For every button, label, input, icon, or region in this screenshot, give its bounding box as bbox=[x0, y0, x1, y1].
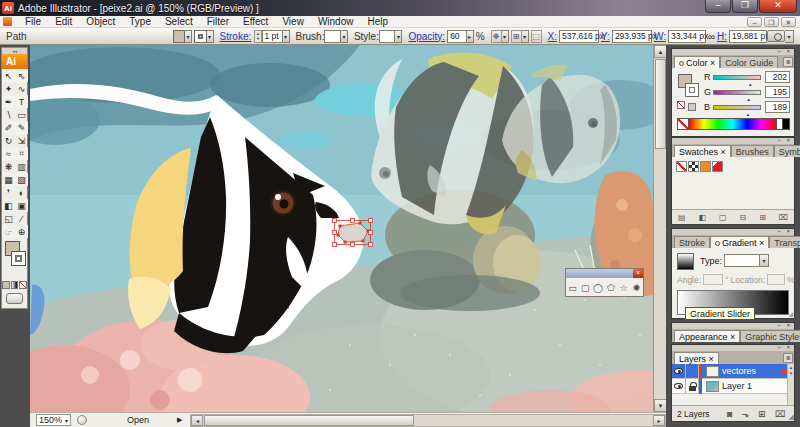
y-value[interactable]: 293,935 px bbox=[612, 30, 652, 43]
panel-resize-icon[interactable]: ◢ bbox=[788, 310, 793, 317]
minimize-button[interactable]: – bbox=[705, 0, 731, 13]
stroke-weight-dropdown-icon[interactable]: ▾ bbox=[283, 30, 290, 43]
symbol-sprayer-tool[interactable]: ❋ bbox=[2, 160, 15, 173]
stroke-weight-label[interactable]: Stroke: bbox=[220, 31, 252, 42]
menu-view[interactable]: View bbox=[275, 16, 311, 27]
rounded-rectangle-tool-icon[interactable]: ▢ bbox=[579, 281, 591, 295]
menu-edit[interactable]: Edit bbox=[48, 16, 79, 27]
blue-value[interactable]: 189 bbox=[765, 101, 790, 113]
selection-tool[interactable]: ↖ bbox=[2, 69, 15, 82]
tab-gradient[interactable]: Gradient × bbox=[710, 236, 769, 248]
canvas[interactable]: × ▭ ▢ ◯ ⬠ ☆ ✺ bbox=[30, 45, 653, 412]
live-paint-selection-tool[interactable]: ▣ bbox=[15, 199, 28, 212]
tab-transparency[interactable]: Transparency bbox=[769, 236, 800, 248]
close-button[interactable]: ✕ bbox=[759, 0, 797, 13]
scroll-right-icon[interactable]: ▸ bbox=[653, 415, 665, 426]
menu-select[interactable]: Select bbox=[158, 16, 200, 27]
hand-tool[interactable]: ☞ bbox=[2, 225, 15, 238]
doc-minimize-button[interactable]: – bbox=[747, 17, 762, 27]
direct-selection-tool[interactable]: ⇖ bbox=[15, 69, 28, 82]
fill-dropdown-icon[interactable]: ▾ bbox=[185, 30, 192, 43]
screen-mode-button[interactable] bbox=[6, 293, 23, 304]
artboard[interactable] bbox=[30, 45, 653, 412]
magic-wand-tool[interactable]: ✦ bbox=[2, 82, 15, 95]
tab-swatches[interactable]: Swatches × bbox=[674, 145, 731, 157]
visibility-toggle[interactable] bbox=[672, 364, 686, 379]
menu-effect[interactable]: Effect bbox=[236, 16, 275, 27]
panel-menu-icon[interactable]: ≣ bbox=[783, 57, 793, 67]
spectrum-ramp[interactable] bbox=[689, 118, 777, 130]
flare-tool-icon[interactable]: ✺ bbox=[631, 281, 643, 295]
zoom-level-control[interactable]: 150% ▾ bbox=[36, 414, 71, 426]
pencil-tool[interactable]: ✎ bbox=[15, 121, 28, 134]
swatch-options-icon[interactable]: ▢ bbox=[719, 213, 727, 222]
scale-tool[interactable]: ⇲ bbox=[15, 134, 28, 147]
w-label[interactable]: W: bbox=[654, 31, 666, 42]
blend-tool[interactable]: ◐ bbox=[15, 186, 28, 199]
free-transform-tool[interactable]: ⌗ bbox=[15, 147, 28, 160]
opacity-label[interactable]: Opacity: bbox=[408, 31, 445, 42]
style-dropdown-icon[interactable]: ▾ bbox=[395, 30, 402, 43]
scroll-left-icon[interactable]: ◂ bbox=[191, 415, 203, 426]
column-graph-tool[interactable]: ▥ bbox=[15, 160, 28, 173]
lock-toggle[interactable] bbox=[686, 364, 699, 379]
style-field[interactable] bbox=[379, 30, 396, 43]
color-last-swatch[interactable] bbox=[688, 103, 696, 111]
layer-thumbnail[interactable] bbox=[706, 381, 719, 392]
color-none-icon[interactable] bbox=[677, 101, 685, 109]
w-value[interactable]: 33,344 px bbox=[668, 30, 706, 43]
layer-name[interactable]: Layer 1 bbox=[722, 381, 787, 391]
stroke-swatch[interactable] bbox=[194, 30, 207, 43]
recolor-dropdown-icon[interactable]: ▾ bbox=[502, 30, 509, 43]
swatch-orange[interactable] bbox=[700, 161, 711, 172]
recolor-artwork-icon[interactable]: ❉ bbox=[491, 30, 502, 43]
ellipse-tool-icon[interactable]: ◯ bbox=[592, 281, 604, 295]
tab-appearance[interactable]: Appearance × bbox=[674, 330, 740, 342]
delete-swatch-icon[interactable]: ⌧ bbox=[779, 213, 788, 222]
warp-tool[interactable]: ≈ bbox=[2, 147, 15, 160]
none-mode-button[interactable] bbox=[19, 281, 27, 289]
star-tool-icon[interactable]: ☆ bbox=[618, 281, 630, 295]
type-tool[interactable]: T bbox=[15, 95, 28, 108]
make-clipping-mask-icon[interactable]: ◙ bbox=[727, 409, 732, 419]
go-to-bridge-icon[interactable] bbox=[767, 30, 785, 42]
color-stroke-proxy[interactable] bbox=[685, 83, 699, 97]
x-value[interactable]: 537,616 px bbox=[559, 30, 599, 43]
gradient-location-field[interactable] bbox=[767, 274, 785, 285]
vertical-scroll-thumb[interactable] bbox=[655, 59, 666, 149]
layers-scroll-strip[interactable]: ▴ ▾ bbox=[787, 364, 794, 406]
brush-dropdown-icon[interactable]: ▾ bbox=[341, 30, 348, 43]
panel-resize-icon[interactable]: ◢ bbox=[789, 413, 794, 421]
gradient-thumbnail[interactable] bbox=[677, 253, 694, 270]
menu-filter[interactable]: Filter bbox=[200, 16, 236, 27]
menu-object[interactable]: Object bbox=[79, 16, 122, 27]
slice-tool[interactable]: ∕ bbox=[15, 212, 28, 225]
horizontal-scroll-thumb[interactable] bbox=[204, 415, 414, 426]
stroke-dropdown-icon[interactable]: ▾ bbox=[207, 30, 214, 43]
fill-swatch[interactable] bbox=[173, 30, 186, 43]
align-dropdown-icon[interactable]: ▾ bbox=[522, 30, 529, 43]
panel-collapse-close-icons[interactable]: – × bbox=[777, 48, 792, 54]
color-mode-button[interactable] bbox=[2, 281, 10, 289]
eyedropper-tool[interactable]: ❜ bbox=[2, 186, 15, 199]
tab-layers[interactable]: Layers × bbox=[674, 352, 719, 364]
tab-graphic-styles[interactable]: Graphic Styles bbox=[740, 330, 800, 342]
spectrum-none-swatch[interactable] bbox=[677, 118, 689, 130]
menu-file[interactable]: File bbox=[18, 16, 48, 27]
green-slider[interactable]: ▴ bbox=[713, 90, 761, 95]
new-swatch-icon[interactable]: ⊞ bbox=[759, 213, 766, 222]
shape-palette-titlebar[interactable]: × bbox=[566, 269, 643, 278]
rectangle-tool-icon[interactable]: ▭ bbox=[566, 281, 578, 295]
spectrum-black[interactable] bbox=[783, 118, 790, 130]
zoom-tool[interactable]: ⊕ bbox=[15, 225, 28, 238]
shape-tools-palette[interactable]: × ▭ ▢ ◯ ⬠ ☆ ✺ bbox=[565, 268, 644, 297]
y-label[interactable]: Y: bbox=[601, 31, 610, 42]
gradient-angle-field[interactable] bbox=[703, 274, 723, 285]
x-label[interactable]: X: bbox=[548, 31, 557, 42]
status-icon[interactable] bbox=[77, 415, 87, 425]
line-segment-tool[interactable]: ∖ bbox=[2, 108, 15, 121]
layer-row-vectores[interactable]: vectores bbox=[672, 364, 789, 379]
brush-field[interactable] bbox=[324, 30, 341, 43]
panel-collapse-close-icons[interactable]: – × bbox=[777, 344, 792, 350]
vertical-scrollbar[interactable]: ▲ ▼ bbox=[653, 45, 666, 412]
